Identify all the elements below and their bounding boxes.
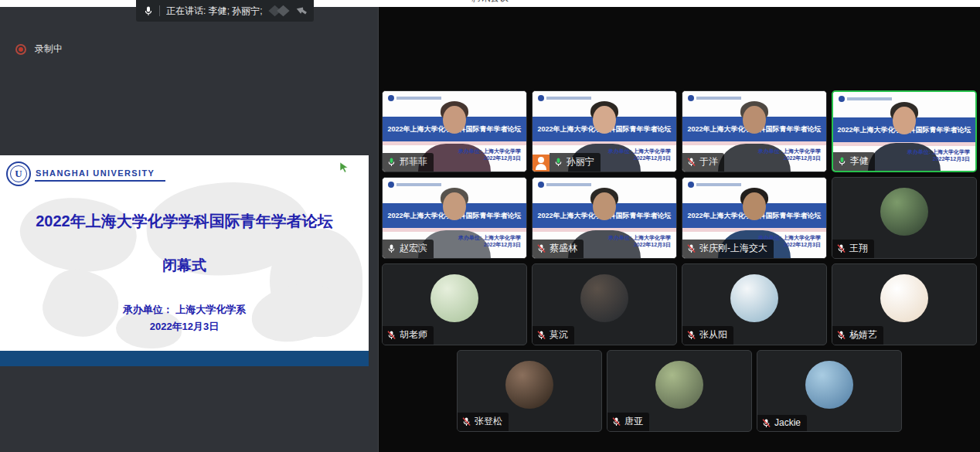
name-bar: 张从阳 [682,326,733,345]
presentation-slide: U SHANGHAI UNIVERSITY 2022年上海大学化学学科国际青年学… [0,155,369,351]
participant-tile[interactable]: 2022年上海大学化学学科国际青年学者论坛 承办单位: 上海大学化学季 2022… [532,263,677,345]
microphone-icon [386,243,396,253]
microphone-icon [837,156,847,166]
microphone-icon [461,416,471,427]
avatar [580,274,628,322]
microphone-icon [836,243,846,253]
speaking-now-label: 正在讲话: 李健; 孙丽宁; 邢... [166,5,264,18]
participant-tile[interactable]: 2022年上海大学化学学科国际青年学者论坛 承办单位: 上海大学化学季 2022… [832,177,977,259]
participant-grid: 2022年上海大学化学学科国际青年学者论坛 承办单位: 上海大学化学季 2022… [379,90,980,432]
vbg-date-line: 2022年12月3日 [608,241,671,248]
microphone-icon [536,330,546,340]
speaking-toolbar[interactable]: 正在讲话: 李健; 孙丽宁; 邢... [136,0,314,22]
participant-name: 唐亚 [624,415,643,428]
participant-name: 赵宏滨 [400,242,427,255]
participant-name: 李健 [850,155,869,168]
vbg-org-line: 承办单位: 上海大学化学季 [458,148,521,155]
microphone-icon [686,330,696,340]
window-title: 腾讯会议 [471,0,509,5]
participant-tile[interactable]: 2022年上海大学化学学科国际青年学者论坛 承办单位: 上海大学化学季 2022… [682,90,827,172]
participant-tile[interactable]: 2022年上海大学化学学科国际青年学者论坛 承办单位: 上海大学化学季 2022… [682,263,827,345]
participant-tile[interactable]: 2022年上海大学化学学科国际青年学者论坛 承办单位: 上海大学化学季 2022… [532,177,677,259]
participant-tile[interactable]: 2022年上海大学化学学科国际青年学者论坛 承办单位: 上海大学化学季 2022… [457,350,602,432]
participant-tile[interactable]: 2022年上海大学化学学科国际青年学者论坛 承办单位: 上海大学化学季 2022… [382,177,527,259]
annotation-arrows-icon [264,3,309,19]
vbg-org-line: 承办单位: 上海大学化学季 [907,148,970,155]
name-bar: 张庆刚-上海交大 [682,240,774,258]
record-icon [15,44,26,55]
name-bar: 莫沉 [533,326,574,345]
vbg-org-line: 承办单位: 上海大学化学季 [758,148,821,155]
microphone-icon [143,5,154,16]
vbg-date-line: 2022年12月3日 [458,241,521,248]
university-logo: U SHANGHAI UNIVERSITY [6,161,165,186]
participant-name: Jackie [774,417,801,428]
grid-row: 2022年上海大学化学学科国际青年学者论坛 承办单位: 上海大学化学季 2022… [379,90,980,172]
microphone-icon [386,330,396,340]
mouse-cursor-icon [339,161,349,173]
participant-name: 邢菲菲 [400,155,427,168]
participant-name: 胡老师 [400,328,427,342]
participant-tile[interactable]: 2022年上海大学化学学科国际青年学者论坛 承办单位: 上海大学化学季 2022… [682,177,827,259]
microphone-icon [553,157,563,167]
participant-name: 孙丽宁 [567,155,594,168]
grid-row: 2022年上海大学化学学科国际青年学者论坛 承办单位: 上海大学化学季 2022… [379,263,980,345]
participant-name: 蔡盛林 [550,242,577,255]
slide-organizer: 承办单位： 上海大学化学系 [0,303,369,317]
participant-tile[interactable]: 2022年上海大学化学学科国际青年学者论坛 承办单位: 上海大学化学季 2022… [832,90,977,172]
vbg-date-line: 2022年12月3日 [907,155,970,162]
avatar [430,274,478,322]
name-bar: 杨婧艺 [832,326,883,345]
participant-tile[interactable]: 2022年上海大学化学学科国际青年学者论坛 承办单位: 上海大学化学季 2022… [832,263,977,345]
avatar [805,361,853,409]
microphone-icon [386,157,396,167]
participant-name: 张从阳 [699,328,727,342]
name-bar: 王翔 [832,240,874,258]
name-bar: 邢菲菲 [383,153,434,172]
vbg-date-line: 2022年12月3日 [458,155,521,161]
avatar [880,188,928,236]
participant-tile[interactable]: 2022年上海大学化学学科国际青年学者论坛 承办单位: 上海大学化学季 2022… [532,90,677,172]
name-bar: 孙丽宁 [550,153,601,172]
participant-name: 张庆刚-上海交大 [699,242,767,255]
avatar [880,274,928,322]
participant-tile[interactable]: 2022年上海大学化学学科国际青年学者论坛 承办单位: 上海大学化学季 2022… [757,350,902,432]
slide-footer-bar [0,351,369,366]
name-bar: 赵宏滨 [383,240,434,258]
participant-name: 莫沉 [550,328,568,342]
participant-name: 杨婧艺 [849,328,877,342]
avatar [655,361,703,409]
video-grid-panel: 2022年上海大学化学学科国际青年学者论坛 承办单位: 上海大学化学季 2022… [378,7,980,452]
name-bar: Jackie [757,415,807,431]
name-bar: 张登松 [458,413,509,431]
name-bar: 唐亚 [607,413,649,431]
avatar [730,274,778,322]
name-bar: 于洋 [682,153,724,172]
name-bar: 蔡盛林 [533,240,584,258]
avatar [505,361,553,409]
participant-tile[interactable]: 2022年上海大学化学学科国际青年学者论坛 承办单位: 上海大学化学季 2022… [607,350,752,432]
recording-label: 录制中 [35,42,63,56]
university-name: SHANGHAI UNIVERSITY [35,167,165,182]
participant-tile[interactable]: 2022年上海大学化学学科国际青年学者论坛 承办单位: 上海大学化学季 2022… [382,90,527,172]
vbg-date-line: 2022年12月3日 [608,155,671,161]
slide-date: 2022年12月3日 [0,320,369,334]
microphone-icon [761,418,771,428]
shu-emblem-icon: U [6,161,31,186]
shared-screen-panel: 录制中 U SHANGHAI UNIVERSITY 2022年上海大学化学学科国… [0,7,378,452]
microphone-icon [611,416,621,427]
slide-title: 2022年上海大学化学学科国际青年学者论坛 [0,211,369,232]
participant-name: 王翔 [849,242,868,255]
name-bar: 李健 [833,152,875,171]
slide-subtitle: 闭幕式 [0,256,369,276]
toolbar-divider [159,5,160,16]
vbg-org-line: 承办单位: 上海大学化学季 [608,148,671,155]
recording-indicator: 录制中 [15,42,63,56]
microphone-icon [836,330,846,340]
participant-name: 张登松 [475,415,502,428]
vbg-org-line: 承办单位: 上海大学化学季 [608,234,671,241]
name-bar: 胡老师 [383,326,434,345]
vbg-org-line: 承办单位: 上海大学化学季 [458,234,521,241]
participant-name: 于洋 [699,155,718,168]
participant-tile[interactable]: 2022年上海大学化学学科国际青年学者论坛 承办单位: 上海大学化学季 2022… [382,263,527,345]
